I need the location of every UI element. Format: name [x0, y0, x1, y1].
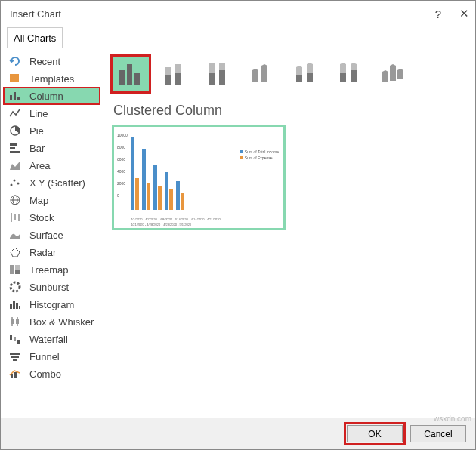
sidebar-label: Treemap: [29, 264, 69, 276]
svg-marker-18: [11, 248, 20, 257]
bar: [165, 172, 168, 210]
svg-marker-55: [307, 73, 313, 82]
watermark: wsxdn.com: [434, 415, 471, 423]
stock-icon: [8, 211, 22, 223]
sidebar-item-histogram[interactable]: Histogram: [4, 296, 100, 313]
100-stacked-column-icon: [204, 60, 233, 88]
clustered-column-icon: [116, 60, 145, 88]
sidebar-item-waterfall[interactable]: Waterfall: [4, 331, 100, 347]
svg-rect-47: [209, 73, 215, 85]
sidebar-item-funnel[interactable]: Funnel: [4, 348, 100, 365]
sidebar-item-boxwhisker[interactable]: Box & Whisker: [4, 313, 100, 330]
subtype-3d-column[interactable]: [375, 56, 413, 92]
svg-marker-51: [261, 64, 267, 82]
svg-rect-21: [15, 270, 20, 274]
sidebar-item-column[interactable]: Column: [4, 88, 100, 104]
sidebar-label: Recent: [29, 56, 60, 67]
svg-rect-20: [15, 265, 20, 270]
chart-legend: Sum of Total income Sum of Expense: [240, 149, 279, 160]
svg-point-9: [11, 184, 13, 186]
sidebar-label: Funnel: [29, 351, 60, 362]
svg-rect-45: [175, 73, 181, 85]
sidebar-label: Box & Whisker: [29, 316, 94, 328]
svg-marker-61: [390, 64, 396, 81]
svg-rect-28: [11, 319, 14, 324]
svg-rect-49: [219, 70, 225, 85]
svg-rect-41: [134, 73, 140, 85]
scatter-icon: [8, 177, 22, 189]
combo-icon: [8, 368, 22, 380]
subtype-3d-stacked-column[interactable]: [287, 56, 325, 92]
bar: [142, 149, 146, 210]
cancel-button[interactable]: Cancel: [410, 425, 466, 442]
stacked-column-icon: [160, 60, 189, 88]
3d-stacked-column-icon: [292, 60, 320, 88]
sidebar-item-sunburst[interactable]: Sunburst: [4, 279, 100, 295]
svg-rect-24: [13, 301, 15, 309]
sidebar-label: Pie: [29, 125, 44, 137]
svg-rect-43: [165, 75, 171, 85]
subtype-100-stacked-column[interactable]: [199, 56, 237, 92]
funnel-icon: [8, 350, 22, 362]
insert-chart-dialog: Insert Chart ? ✕ All Charts Recent Templ…: [0, 0, 476, 450]
radar-icon: [8, 246, 22, 258]
close-button[interactable]: ✕: [459, 7, 469, 20]
subtype-3d-100-stacked-column[interactable]: [331, 56, 369, 92]
sidebar-label: Radar: [29, 247, 56, 258]
help-button[interactable]: ?: [435, 8, 441, 20]
subtype-clustered-column[interactable]: [112, 56, 150, 92]
sidebar-item-surface[interactable]: Surface: [4, 227, 100, 243]
svg-rect-19: [10, 265, 14, 274]
svg-rect-36: [13, 359, 17, 361]
sidebar-item-stock[interactable]: Stock: [4, 209, 100, 226]
ok-button[interactable]: OK: [347, 425, 403, 442]
svg-marker-60: [382, 70, 388, 82]
sidebar-item-area[interactable]: Area: [4, 157, 100, 174]
svg-point-22: [11, 282, 20, 291]
chart-bars: [131, 133, 252, 210]
sidebar-item-scatter[interactable]: X Y (Scatter): [4, 174, 100, 191]
sidebar-item-pie[interactable]: Pie: [4, 122, 100, 139]
sidebar-item-radar[interactable]: Radar: [4, 244, 100, 260]
subtype-3d-clustered-column[interactable]: [243, 56, 281, 92]
bar-icon: [8, 142, 22, 154]
templates-icon: [8, 72, 22, 85]
sidebar-item-combo[interactable]: Combo: [4, 365, 100, 382]
svg-marker-62: [397, 69, 403, 79]
histogram-icon: [8, 298, 22, 310]
window-title: Insert Chart: [10, 8, 61, 20]
svg-marker-57: [340, 73, 346, 82]
sidebar-label: Stock: [29, 212, 54, 223]
chart-preview[interactable]: 10000 8000 6000 4000 2000 0 Sum of Total…: [112, 125, 286, 230]
svg-rect-26: [19, 306, 20, 309]
svg-rect-25: [16, 303, 18, 309]
sidebar-label: Waterfall: [29, 334, 68, 345]
svg-rect-2: [14, 92, 16, 100]
svg-rect-5: [10, 143, 17, 146]
sidebar-item-map[interactable]: Map: [4, 192, 100, 208]
content-pane: Clustered Column 10000 8000 6000 4000 20…: [103, 48, 475, 418]
bar-group: [153, 165, 162, 210]
chart-x-axis: 4/1/2020 - 4/7/2020 4/8/2020 - 4/14/2020…: [131, 217, 252, 227]
sidebar-item-line[interactable]: Line: [4, 105, 100, 122]
sidebar-item-treemap[interactable]: Treemap: [4, 261, 100, 278]
bar: [158, 186, 162, 210]
subtype-stacked-column[interactable]: [156, 56, 193, 92]
pie-icon: [8, 125, 22, 137]
svg-rect-31: [10, 335, 12, 340]
svg-marker-53: [296, 75, 302, 82]
svg-rect-30: [16, 319, 19, 324]
sidebar-label: Map: [29, 195, 48, 206]
svg-rect-39: [119, 70, 125, 85]
svg-rect-1: [10, 95, 12, 100]
map-icon: [8, 194, 22, 206]
svg-marker-8: [10, 162, 20, 170]
sidebar-item-recent[interactable]: Recent: [4, 53, 100, 69]
sidebar-item-bar[interactable]: Bar: [4, 140, 100, 156]
sidebar-item-templates[interactable]: Templates: [4, 70, 100, 87]
dialog-body: Recent Templates Column Line Pie Bar: [1, 48, 475, 418]
sidebar-label: Sunburst: [29, 282, 69, 293]
sidebar-label: Combo: [29, 368, 61, 380]
sidebar-label: Templates: [29, 73, 74, 85]
tab-all-charts[interactable]: All Charts: [7, 27, 63, 48]
